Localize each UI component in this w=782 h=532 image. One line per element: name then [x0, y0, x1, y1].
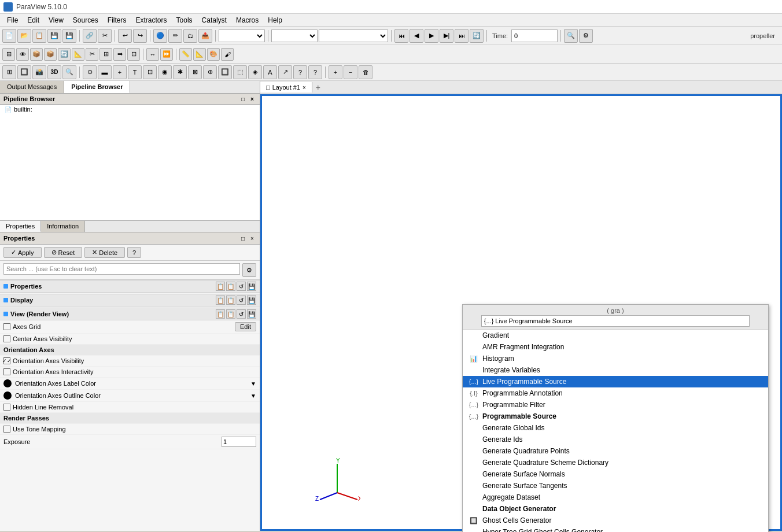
- sec-props-btn3[interactable]: ↺: [237, 282, 246, 291]
- tb3-btn2[interactable]: 🔲: [17, 65, 31, 79]
- tb3-sel2[interactable]: +: [113, 65, 127, 79]
- menu-extractors[interactable]: Extractors: [131, 15, 172, 25]
- menu-tools[interactable]: Tools: [172, 15, 197, 25]
- tone-mapping-checkbox[interactable]: [3, 426, 10, 433]
- tb2-btn2[interactable]: 👁: [16, 48, 29, 61]
- layout-tab-1[interactable]: □ Layout #1 ×: [260, 82, 312, 93]
- tb3-sel5[interactable]: ◉: [158, 65, 172, 79]
- select-button[interactable]: ✏: [168, 29, 182, 43]
- tb3-annot4[interactable]: ?: [308, 65, 322, 79]
- pipeline-expand-btn[interactable]: □: [239, 95, 247, 103]
- tb2-btn3[interactable]: 📦: [30, 48, 43, 61]
- ac-item-10[interactable]: Generate Quadrature Points: [463, 445, 768, 457]
- axes-grid-edit-btn[interactable]: Edit: [235, 322, 256, 331]
- tb3-btn1[interactable]: ⊞: [2, 65, 16, 79]
- menu-filters[interactable]: Filters: [103, 15, 131, 25]
- menu-catalyst[interactable]: Catalyst: [197, 15, 231, 25]
- save-button[interactable]: 💾: [47, 29, 61, 43]
- orient-outline-color-arrow[interactable]: ▼: [250, 393, 256, 399]
- menu-view[interactable]: View: [44, 15, 68, 25]
- settings-button[interactable]: ⚙: [579, 29, 593, 43]
- menu-file[interactable]: File: [2, 15, 23, 25]
- viewport[interactable]: ( gra ) GradientAMR Fragment Integration…: [260, 94, 782, 531]
- tb3-annot1[interactable]: A: [263, 65, 277, 79]
- sec-disp-btn4[interactable]: 💾: [247, 295, 256, 305]
- tb3-sel3[interactable]: T: [128, 65, 142, 79]
- menu-macros[interactable]: Macros: [231, 15, 263, 25]
- disconnect-button[interactable]: ✂: [98, 29, 112, 43]
- center-axes-checkbox[interactable]: [3, 335, 10, 342]
- delete-button[interactable]: ✕ Delete: [84, 247, 125, 258]
- tb2-btn7[interactable]: ✂: [86, 48, 98, 61]
- tab-pipeline-browser[interactable]: Pipeline Browser: [64, 81, 130, 93]
- ac-item-13[interactable]: Generate Surface Tangents: [463, 480, 768, 492]
- tab-information[interactable]: Information: [41, 221, 85, 232]
- sec-props-btn4[interactable]: 💾: [247, 282, 256, 291]
- orient-visibility-checkbox[interactable]: ✓: [3, 357, 10, 364]
- tb2-btn8[interactable]: ⊞: [99, 48, 112, 61]
- tb2-btn5[interactable]: 🔄: [58, 48, 71, 61]
- tb3-sel9[interactable]: 🔲: [218, 65, 232, 79]
- props-search-input[interactable]: [3, 263, 240, 275]
- connect-button[interactable]: 🔗: [83, 29, 97, 43]
- ac-item-16[interactable]: 🔲Ghost Cells Generator: [463, 515, 768, 526]
- pipeline-close-btn[interactable]: ×: [248, 95, 256, 103]
- orient-interactivity-checkbox[interactable]: [3, 368, 10, 375]
- new-button[interactable]: 📄: [2, 29, 16, 43]
- tb3-minus[interactable]: −: [344, 65, 357, 79]
- loop-button[interactable]: 🔄: [470, 29, 484, 43]
- undo-button[interactable]: ↩: [118, 29, 132, 43]
- ac-item-9[interactable]: Generate Ids: [463, 434, 768, 445]
- sec-view-btn2[interactable]: 📋: [226, 309, 235, 319]
- tb3-interact[interactable]: ⊙: [83, 65, 97, 79]
- tb3-sel7[interactable]: ⊠: [188, 65, 202, 79]
- interact-button[interactable]: 🔵: [153, 29, 167, 43]
- layout-tab-close[interactable]: ×: [303, 84, 306, 91]
- sec-view-btn1[interactable]: 📋: [216, 309, 225, 319]
- ac-item-2[interactable]: 📊Histogram: [463, 353, 768, 364]
- props-search-settings[interactable]: ⚙: [242, 263, 256, 277]
- representation-select[interactable]: [219, 29, 265, 42]
- menu-help[interactable]: Help: [263, 15, 287, 25]
- ac-search-input[interactable]: [481, 315, 750, 327]
- play-button[interactable]: ▶: [425, 29, 438, 43]
- tb3-sel6[interactable]: ✱: [173, 65, 187, 79]
- reset-button[interactable]: ⊘ Reset: [44, 247, 83, 258]
- tb2-btn6[interactable]: 📐: [72, 48, 84, 61]
- colormap-select[interactable]: [271, 29, 318, 42]
- ac-item-3[interactable]: Integrate Variables: [463, 364, 768, 376]
- menu-edit[interactable]: Edit: [23, 15, 44, 25]
- tb3-sel8[interactable]: ⊕: [203, 65, 217, 79]
- tb3-trash[interactable]: 🗑: [359, 65, 372, 79]
- ac-item-6[interactable]: {...}Programmable Filter: [463, 399, 768, 411]
- ac-item-11[interactable]: Generate Quadrature Scheme Dictionary: [463, 457, 768, 468]
- tab-properties[interactable]: Properties: [0, 221, 41, 232]
- ac-item-1[interactable]: AMR Fragment Integration: [463, 341, 768, 353]
- sec-props-btn2[interactable]: 📋: [226, 282, 235, 291]
- ac-item-5[interactable]: {.I}Programmable Annotation: [463, 387, 768, 399]
- load-recent-button[interactable]: 📋: [32, 29, 46, 43]
- tb3-add[interactable]: +: [329, 65, 342, 79]
- tb2-measure2[interactable]: 📐: [193, 48, 206, 61]
- ac-item-4[interactable]: {...}Live Programmable Source: [463, 376, 768, 387]
- time-input[interactable]: [511, 29, 558, 42]
- open-button[interactable]: 📂: [17, 29, 31, 43]
- help-button[interactable]: ?: [127, 247, 141, 258]
- sec-disp-btn1[interactable]: 📋: [216, 295, 225, 305]
- group-button[interactable]: 🗂: [183, 29, 197, 43]
- ac-item-15[interactable]: Data Object Generator: [463, 503, 768, 515]
- exposure-input[interactable]: [222, 437, 256, 447]
- sec-disp-btn2[interactable]: 📋: [226, 295, 235, 305]
- menu-sources[interactable]: Sources: [68, 15, 103, 25]
- ac-item-17[interactable]: Hyper Tree Grid Ghost Cells Generator: [463, 526, 768, 532]
- prev-button[interactable]: ◀: [410, 29, 423, 43]
- ac-item-8[interactable]: Generate Global Ids: [463, 422, 768, 434]
- tb3-annot2[interactable]: ↗: [278, 65, 292, 79]
- orient-label-color-arrow[interactable]: ▼: [250, 380, 256, 387]
- ac-item-0[interactable]: Gradient: [463, 330, 768, 341]
- ac-item-7[interactable]: {...}Programmable Source: [463, 411, 768, 422]
- tb2-color1[interactable]: 🎨: [207, 48, 220, 61]
- ac-item-12[interactable]: Generate Surface Normals: [463, 468, 768, 480]
- save-state-button[interactable]: 💾: [62, 29, 76, 43]
- ac-item-14[interactable]: Aggregate Dataset: [463, 492, 768, 503]
